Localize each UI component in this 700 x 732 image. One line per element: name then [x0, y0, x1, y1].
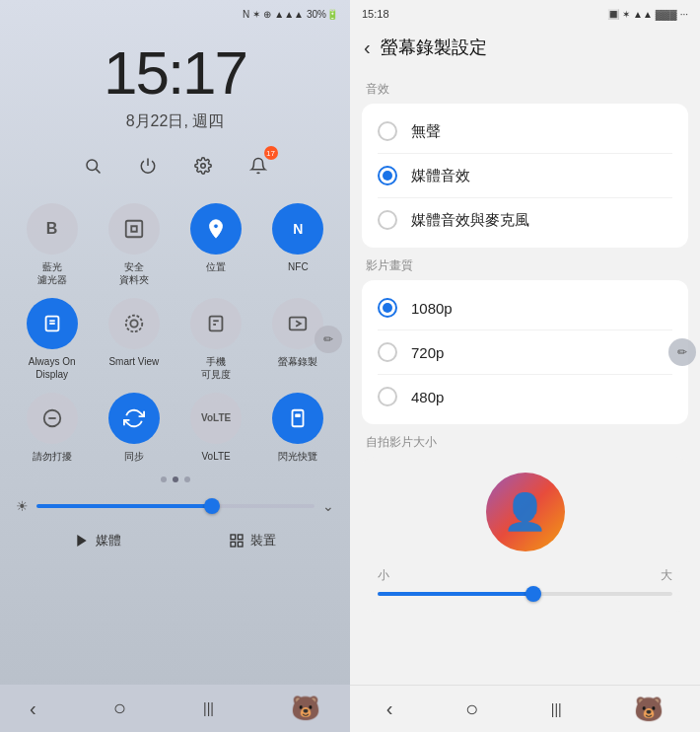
- brightness-thumb: [204, 498, 220, 514]
- bottom-media-row: 媒體 裝置: [0, 522, 350, 559]
- toggle-nfc[interactable]: N NFC: [262, 203, 334, 286]
- media-button[interactable]: 媒體: [74, 532, 121, 549]
- quality-options-card: 1080p 720p 480p ✏: [362, 280, 688, 424]
- quality-section-label: 影片畫質: [366, 257, 688, 274]
- scroll-content-right[interactable]: 音效 無聲 媒體音效 媒體音效與麥克風 影片畫質 1080p: [350, 71, 700, 685]
- svg-rect-18: [231, 535, 236, 540]
- edit-pencil-quality[interactable]: ✏: [668, 338, 696, 366]
- status-bar-left: N ✶ ⊕ ▲▲▲ NFC ♦ ✶ ↕ ⊕ ▲▲▲ 30% 🔋 30%🔋: [0, 0, 350, 28]
- size-min-label: 小: [378, 567, 389, 584]
- settings-button[interactable]: [187, 150, 219, 182]
- quick-icons-row: 17: [0, 150, 350, 182]
- svg-point-0: [87, 160, 98, 171]
- notification-badge: 17: [264, 146, 278, 160]
- toggles-row1: B 藍光濾光器 安全資料夾 位置 N NFC: [0, 189, 350, 292]
- audio-label-media: 媒體音效: [411, 167, 470, 185]
- page-title-right: 螢幕錄製設定: [381, 36, 487, 59]
- size-max-label: 大: [661, 567, 672, 584]
- audio-options-card: 無聲 媒體音效 媒體音效與麥克風: [362, 104, 688, 248]
- brightness-expand-icon[interactable]: ⌄: [322, 498, 334, 514]
- clock-area: 15:17 8月22日, 週四: [0, 37, 350, 132]
- toggle-label-smart-view: Smart View: [108, 355, 159, 368]
- toggle-visibility[interactable]: 手機可見度: [180, 298, 252, 381]
- audio-option-media[interactable]: 媒體音效: [362, 154, 688, 197]
- status-bar-right: 15:18 🔳 ✶ ▲▲ ▓▓▓ ···: [350, 0, 700, 28]
- brightness-slider[interactable]: [36, 504, 315, 508]
- dot-3: [184, 476, 190, 482]
- nav-recent-btn-left[interactable]: |||: [203, 700, 214, 716]
- toggle-circle-volte: VoLTE: [190, 393, 242, 444]
- toggle-volte[interactable]: VoLTE VoLTE: [180, 393, 252, 463]
- dot-1: [161, 476, 167, 482]
- back-button-right[interactable]: ‹: [364, 37, 371, 59]
- svg-marker-17: [77, 535, 86, 547]
- svg-point-7: [130, 320, 137, 327]
- dot-2: [173, 476, 178, 482]
- toggle-label-secure: 安全資料夾: [119, 260, 149, 286]
- notification-button[interactable]: 17: [243, 150, 274, 182]
- svg-rect-12: [290, 318, 307, 330]
- toggle-secure-folder[interactable]: 安全資料夾: [98, 203, 170, 286]
- header-bar-right: ‹ 螢幕錄製設定: [350, 28, 700, 71]
- nav-home-btn-left[interactable]: ○: [113, 695, 126, 721]
- toggle-circle-location: [190, 203, 242, 255]
- nav-back-btn-right[interactable]: ‹: [386, 697, 393, 720]
- radio-1080p: [378, 298, 397, 318]
- toggle-circle-blue-light: B: [27, 203, 78, 255]
- radio-720p: [378, 342, 397, 362]
- status-time-right: 15:18: [362, 8, 389, 20]
- more-icon: ···: [680, 9, 688, 20]
- status-icons-right: 🔳 ✶ ▲▲ ▓▓▓ ···: [607, 9, 688, 20]
- nav-recent-btn-right[interactable]: |||: [551, 701, 562, 717]
- toggle-dnd[interactable]: 請勿打擾: [16, 393, 88, 463]
- brightness-row: ☀ ⌄: [0, 488, 350, 518]
- radio-media: [378, 166, 397, 185]
- screen-brightness-icon: 🔳: [607, 9, 619, 20]
- brightness-low-icon: ☀: [16, 498, 29, 514]
- page-indicators: [0, 476, 350, 482]
- bluetooth-icon: ✶: [252, 9, 260, 20]
- search-button[interactable]: [77, 150, 108, 182]
- quality-label-720p: 720p: [411, 344, 444, 361]
- toggle-circle-secure: [108, 203, 160, 255]
- toggle-circle-visibility: [190, 298, 242, 349]
- toggle-circle-nfc: N: [272, 203, 323, 255]
- audio-option-silent[interactable]: 無聲: [362, 110, 688, 153]
- slider-fill: [378, 592, 539, 596]
- toggle-sync[interactable]: 同步: [98, 393, 170, 463]
- mascot-right: 🐻: [634, 695, 664, 723]
- device-button[interactable]: 裝置: [229, 532, 276, 549]
- selfie-size-slider[interactable]: [378, 592, 672, 596]
- nav-back-btn-left[interactable]: ‹: [30, 697, 36, 720]
- mascot-left: 🐻: [291, 695, 320, 722]
- toggle-label-always-on: Always OnDisplay: [29, 355, 76, 381]
- toggle-label-flash: 閃光快覽: [278, 450, 317, 463]
- toggle-label-volte: VoLTE: [201, 450, 230, 463]
- selfie-section-label: 自拍影片大小: [366, 434, 688, 451]
- toggle-location[interactable]: 位置: [180, 203, 252, 286]
- quality-option-720[interactable]: 720p: [362, 330, 688, 374]
- toggle-smart-view[interactable]: Smart View: [98, 298, 170, 381]
- wifi-right-icon: ✶: [622, 9, 630, 20]
- edit-button-row2[interactable]: ✏: [315, 326, 342, 353]
- toggle-circle-smart-view: [108, 298, 160, 349]
- toggle-circle-always-on: [27, 298, 78, 349]
- quality-label-480p: 480p: [411, 389, 444, 405]
- quality-option-480[interactable]: 480p: [362, 375, 688, 418]
- toggle-always-on[interactable]: Always OnDisplay: [16, 298, 88, 381]
- svg-point-8: [126, 316, 143, 332]
- toggle-blue-light[interactable]: B 藍光濾光器: [16, 203, 88, 286]
- svg-rect-21: [239, 542, 244, 547]
- svg-rect-20: [231, 542, 236, 547]
- quality-option-1080[interactable]: 1080p: [362, 286, 688, 329]
- signal-right-icon: ▲▲: [633, 9, 653, 20]
- toggle-flash[interactable]: 閃光快覽: [262, 393, 334, 463]
- wifi-icon: ⊕: [263, 9, 271, 20]
- toggles-row2: Always OnDisplay Smart View 手機可見度 螢幕錄製 ✏: [0, 292, 350, 387]
- power-button[interactable]: [132, 150, 164, 182]
- toggle-label-screen-record: 螢幕錄製: [278, 355, 317, 368]
- nav-home-btn-right[interactable]: ○: [465, 696, 478, 722]
- audio-option-media-mic[interactable]: 媒體音效與麥克風: [362, 198, 688, 242]
- selfie-preview: 👤: [486, 473, 565, 551]
- radio-media-mic: [378, 210, 397, 230]
